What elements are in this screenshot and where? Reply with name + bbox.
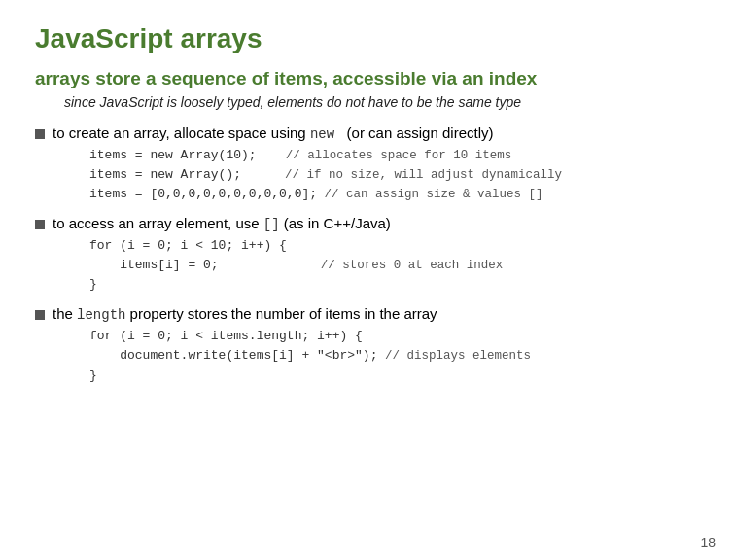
bullet-2-text: to access an array element, use [] (as i… — [52, 215, 391, 232]
bullet-3: the length property stores the number of… — [35, 305, 700, 386]
bullet-icon-1 — [35, 129, 45, 139]
code-line: } — [89, 275, 700, 295]
bullet-1: to create an array, allocate space using… — [35, 124, 700, 205]
code-line: document.write(items[i] + "<br>"); // di… — [89, 346, 700, 366]
code-line: } — [89, 367, 700, 386]
bullet-3-text: the length property stores the number of… — [52, 305, 438, 323]
page-number: 18 — [700, 535, 716, 550]
code-block-1: items = new Array(10); // allocates spac… — [89, 146, 700, 205]
code-line: items = new Array(); // if no size, will… — [89, 165, 700, 185]
code-line: for (i = 0; i < items.length; i++) { — [89, 327, 700, 346]
code-line: items[i] = 0; // stores 0 at each index — [89, 256, 700, 275]
code-line: for (i = 0; i < 10; i++) { — [89, 236, 700, 256]
bullet-icon-3 — [35, 310, 45, 320]
code-line: items = new Array(10); // allocates spac… — [89, 146, 700, 165]
slide-title: JavaScript arrays — [35, 23, 700, 54]
section-heading: arrays store a sequence of items, access… — [35, 68, 700, 89]
inline-code-length: length — [77, 307, 125, 323]
subtitle-text: since JavaScript is loosely typed, eleme… — [64, 93, 700, 113]
code-block-3: for (i = 0; i < items.length; i++) { doc… — [89, 327, 700, 386]
bullet-icon-2 — [35, 220, 45, 229]
inline-code-bracket: [] — [263, 217, 280, 232]
code-block-2: for (i = 0; i < 10; i++) { items[i] = 0;… — [89, 236, 700, 296]
inline-code-new: new — [310, 126, 334, 142]
code-line: items = [0,0,0,0,0,0,0,0,0,0]; // can as… — [89, 185, 700, 204]
bullet-1-text: to create an array, allocate space using… — [52, 124, 493, 142]
bullet-2: to access an array element, use [] (as i… — [35, 215, 700, 296]
